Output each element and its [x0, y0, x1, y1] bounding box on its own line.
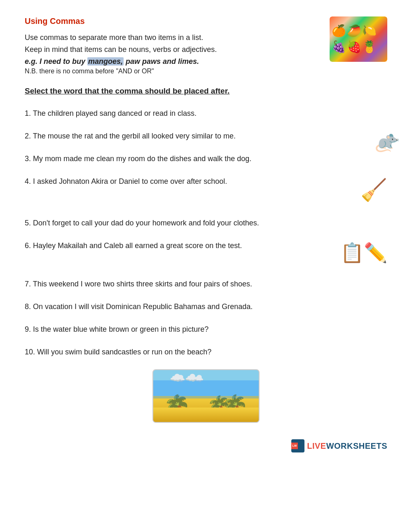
footer: LW LIVEWORKSHEETS [25, 435, 387, 452]
question-10: 10. Will you swim build sandcastles or r… [25, 347, 387, 358]
logo-text: LIVEWORKSHEETS [307, 441, 387, 451]
example-text-before: I need to buy [40, 57, 87, 66]
q4-number: 4. [25, 177, 31, 185]
questions-section: 1. The children played sang danced or re… [25, 108, 387, 358]
checklist-icon: 📋✏️ [340, 239, 387, 267]
q6-text: Hayley Makailah and Caleb all earned a g… [33, 241, 242, 250]
beach-water [153, 380, 259, 398]
question-8: 8. On vacation I will visit Dominican Re… [25, 301, 387, 312]
example-prefix: e.g. [25, 57, 40, 66]
example-text-after: paw paws and limes. [124, 57, 199, 66]
q8-number: 8. [25, 302, 31, 311]
q1-text: The children played sang danced or read … [33, 109, 197, 117]
question-3: 3. My mom made me clean my room do the d… [25, 153, 387, 164]
intro-line1: Use commas to separate more than two ite… [25, 33, 330, 42]
question-9: 9. Is the water blue white brown or gree… [25, 324, 387, 335]
logo-live-text: LIVE [307, 441, 326, 450]
q2-number: 2. [25, 132, 31, 140]
q3-text: My mom made me clean my room do the dish… [33, 155, 251, 163]
fruit-image [330, 16, 387, 62]
logo-worksheets-text: WORKSHEETS [326, 441, 387, 450]
beach-image-container: ☁️ ☁️ 🌴 🌴 [25, 369, 387, 423]
question-2: 2. The mouse the rat and the gerbil all … [25, 131, 387, 142]
q2-text: The mouse the rat and the gerbil all loo… [33, 132, 236, 140]
q5-text: Don't forget to call your dad do your ho… [33, 219, 259, 227]
q7-number: 7. [25, 280, 31, 288]
example-highlight: mangoes, [87, 57, 124, 66]
q10-text: Will you swim build sandcastles or run o… [37, 348, 211, 356]
q5-number: 5. [25, 219, 31, 227]
q10-number: 10. [25, 348, 35, 356]
q1-number: 1. [25, 109, 31, 117]
q4-text: I asked Johnaton Akira or Daniel to come… [33, 177, 227, 185]
girl-chores-icon: 🧹 [360, 174, 387, 206]
question-5: 5. Don't forget to call your dad do your… [25, 218, 387, 229]
beach-sand [153, 408, 259, 422]
page-title: Using Commas [25, 16, 330, 26]
question-4: 4. I asked Johnaton Akira or Daniel to c… [25, 176, 387, 206]
logo-icon: LW [291, 439, 304, 452]
q8-text: On vacation I will visit Dominican Repub… [33, 302, 253, 311]
example-line: e.g. I need to buy mangoes, paw paws and… [25, 57, 330, 66]
fruit-visual [330, 16, 387, 62]
q9-number: 9. [25, 325, 31, 333]
liveworksheets-logo: LW LIVEWORKSHEETS [291, 439, 387, 452]
question-6: 6. Hayley Makailah and Caleb all earned … [25, 240, 387, 267]
intro-line2: Keep in mind that items can be nouns, ve… [25, 45, 330, 54]
nb-text: N.B. there is no comma before "AND or OR… [25, 68, 330, 75]
rat-icon: 🐀 [375, 127, 400, 156]
beach-visual: ☁️ ☁️ 🌴 🌴 [152, 369, 260, 423]
q6-number: 6. [25, 241, 31, 250]
question-7: 7. This weekend I wore two shirts three … [25, 279, 387, 290]
q9-text: Is the water blue white brown or green i… [33, 325, 208, 333]
instruction-text: Select the word that the comma should be… [25, 87, 387, 96]
question-1: 1. The children played sang danced or re… [25, 108, 387, 119]
q7-text: This weekend I wore two shirts three ski… [33, 280, 252, 288]
q3-number: 3. [25, 155, 31, 163]
